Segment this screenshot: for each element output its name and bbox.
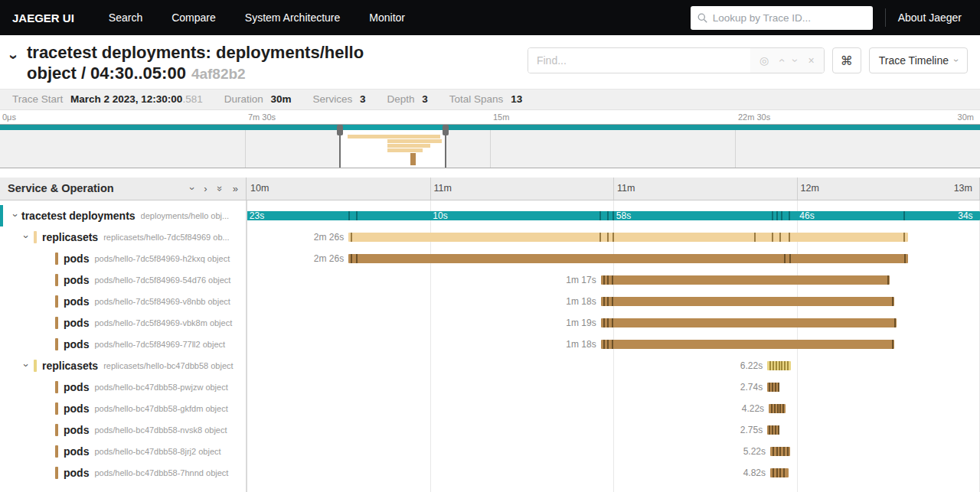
span-log-tick-icon [904, 254, 906, 263]
minimap-right-scrubber[interactable] [445, 125, 446, 168]
span-timeline-cell[interactable]: 23s10s58s46s34s [247, 205, 980, 226]
nav-item-monitor[interactable]: Monitor [354, 0, 420, 35]
collapse-children-chevron-icon[interactable]: › [10, 210, 21, 222]
trace-view-label: Trace Timeline [879, 54, 949, 67]
span-row[interactable]: podspods/hello-bc47dbb58-pwjzw object2.7… [0, 376, 980, 398]
span-name-cell[interactable]: podspods/hello-7dc5f84969-77ll2 object [0, 334, 247, 355]
span-name-cell[interactable]: ›replicasetsreplicasets/hello-7dc5f84969… [0, 226, 247, 248]
span-name-cell[interactable]: podspods/hello-7dc5f84969-54d76 object [0, 269, 247, 291]
span-name-cell[interactable]: podspods/hello-bc47dbb58-nvsk8 object [0, 419, 247, 441]
span-bar[interactable] [601, 340, 894, 349]
search-icon [697, 13, 707, 23]
nav-item-search[interactable]: Search [94, 0, 157, 35]
find-input[interactable] [528, 48, 750, 73]
timeline-minimap[interactable] [0, 124, 980, 168]
span-name-cell[interactable]: podspods/hello-7dc5f84969-h2kxq object [0, 248, 247, 269]
span-bar[interactable] [348, 254, 908, 263]
collapse-trace-detail-chevron-icon[interactable]: › [7, 54, 23, 60]
span-name-cell[interactable]: podspods/hello-bc47dbb58-8jrj2 object [0, 441, 247, 462]
nav-item-compare[interactable]: Compare [157, 0, 230, 35]
span-name-cell[interactable]: podspods/hello-7dc5f84969-vbk8m object [0, 312, 247, 334]
minimap-tick-label: 22m 30s [738, 112, 770, 122]
span-timeline-cell[interactable]: 2.75s [247, 419, 980, 441]
span-row[interactable]: podspods/hello-bc47dbb58-nvsk8 object2.7… [0, 419, 980, 441]
span-service-name: replicasets [42, 231, 98, 243]
span-row[interactable]: podspods/hello-7dc5f84969-vbk8m object1m… [0, 312, 980, 334]
span-timeline-cell[interactable]: 5.22s [247, 441, 980, 462]
span-row[interactable]: podspods/hello-7dc5f84969-h2kxq object2m… [0, 248, 980, 269]
span-log-tick-icon [779, 233, 781, 242]
span-timeline-cell[interactable]: 1m 18s [247, 291, 980, 312]
span-row[interactable]: ›replicasetsreplicasets/hello-7dc5f84969… [0, 226, 980, 248]
app-logo[interactable]: JAEGER UI [12, 11, 74, 24]
span-timeline-cell[interactable]: 1m 19s [247, 312, 980, 334]
span-name-cell[interactable]: podspods/hello-bc47dbb58-gkfdm object [0, 398, 247, 419]
keyboard-shortcuts-button[interactable]: ⌘ [832, 47, 861, 73]
span-log-tick-icon [769, 425, 770, 435]
expand-one-level-icon[interactable]: › [204, 184, 207, 194]
axis-tick-label: 11m [434, 183, 452, 194]
row-indent [0, 334, 54, 355]
span-log-tick-icon [772, 383, 773, 392]
span-bar[interactable] [601, 297, 894, 306]
span-log-tick-icon [772, 211, 773, 220]
span-timeline-cell[interactable]: 2m 26s [247, 248, 980, 269]
span-bar[interactable] [601, 275, 890, 285]
collapse-one-level-icon[interactable]: › [188, 187, 198, 190]
minimap-left-scrubber[interactable] [339, 125, 341, 168]
span-inline-label: 46s [799, 210, 814, 221]
axis-tick-label: 13m [954, 183, 972, 194]
clear-find-icon[interactable]: × [808, 54, 815, 67]
span-timeline-cell[interactable]: 1m 17s [247, 269, 980, 291]
span-name-cell[interactable]: podspods/hello-7dc5f84969-v8nbb object [0, 291, 247, 312]
span-service-name: pods [64, 381, 89, 393]
prev-result-chevron-icon[interactable]: › [776, 59, 788, 63]
span-row[interactable]: podspods/hello-bc47dbb58-8jrj2 object5.2… [0, 441, 980, 462]
span-name-cell[interactable]: podspods/hello-bc47dbb58-pwjzw object [0, 376, 247, 398]
span-row[interactable]: podspods/hello-bc47dbb58-7hnnd object4.8… [0, 462, 980, 484]
next-result-chevron-icon[interactable]: › [789, 59, 802, 63]
span-name-cell[interactable]: podspods/hello-bc47dbb58-7hnnd object [0, 462, 247, 484]
span-row[interactable]: ›tracetest deploymentsdeployments/hello … [0, 205, 980, 226]
span-name-cell[interactable]: ›replicasetsreplicasets/hello-bc47dbb58 … [0, 355, 247, 376]
focus-match-icon[interactable]: ◎ [760, 54, 769, 67]
find-group: ◎ › › × [528, 47, 825, 73]
axis-gridline [430, 178, 431, 200]
span-log-tick-icon [781, 211, 782, 220]
collapse-children-chevron-icon[interactable]: › [21, 360, 32, 372]
span-timeline-cell[interactable]: 2m 26s [247, 226, 980, 248]
span-name-cell[interactable]: ›tracetest deploymentsdeployments/hello … [0, 205, 247, 226]
span-log-tick-icon [784, 361, 786, 370]
span-timeline-cell[interactable]: 4.82s [247, 462, 980, 484]
span-bar[interactable] [601, 318, 897, 327]
span-inline-label: 34s [958, 210, 972, 221]
trace-view-selector[interactable]: Trace Timeline › [869, 47, 968, 73]
trace-id-search[interactable] [691, 6, 873, 30]
span-row[interactable]: ›replicasetsreplicasets/hello-bc47dbb58 … [0, 355, 980, 376]
span-timeline-cell[interactable]: 1m 18s [247, 334, 980, 355]
span-bar[interactable] [348, 233, 908, 242]
span-service-name: tracetest deployments [21, 210, 136, 222]
span-operation-name: replicasets/hello-7dc5f84969 ob... [103, 233, 242, 242]
span-row[interactable]: podspods/hello-7dc5f84969-54d76 object1m… [0, 269, 980, 291]
collapse-children-chevron-icon[interactable]: › [21, 231, 32, 243]
trace-id-search-input[interactable] [713, 12, 866, 24]
expand-all-icon[interactable]: » [233, 184, 238, 194]
row-indent [0, 226, 20, 248]
column-resizer[interactable] [246, 200, 247, 492]
span-log-tick-icon [789, 254, 791, 263]
span-row[interactable]: podspods/hello-7dc5f84969-v8nbb object1m… [0, 291, 980, 312]
span-log-tick-icon [779, 468, 781, 477]
span-timeline-cell[interactable]: 4.22s [247, 398, 980, 419]
collapse-all-icon[interactable]: » [215, 186, 225, 191]
span-operation-name: pods/hello-7dc5f84969-54d76 object [94, 275, 242, 285]
nav-item-about-jaeger[interactable]: About Jaeger [898, 11, 968, 24]
nav-item-system-architecture[interactable]: System Architecture [230, 0, 355, 35]
span-timeline-cell[interactable]: 6.22s [247, 355, 980, 376]
span-duration-label: 4.82s [743, 468, 766, 478]
span-color-indicator [55, 424, 58, 436]
span-log-tick-icon [887, 275, 889, 285]
span-row[interactable]: podspods/hello-7dc5f84969-77ll2 object1m… [0, 334, 980, 355]
span-timeline-cell[interactable]: 2.74s [247, 376, 980, 398]
span-row[interactable]: podspods/hello-bc47dbb58-gkfdm object4.2… [0, 398, 980, 419]
